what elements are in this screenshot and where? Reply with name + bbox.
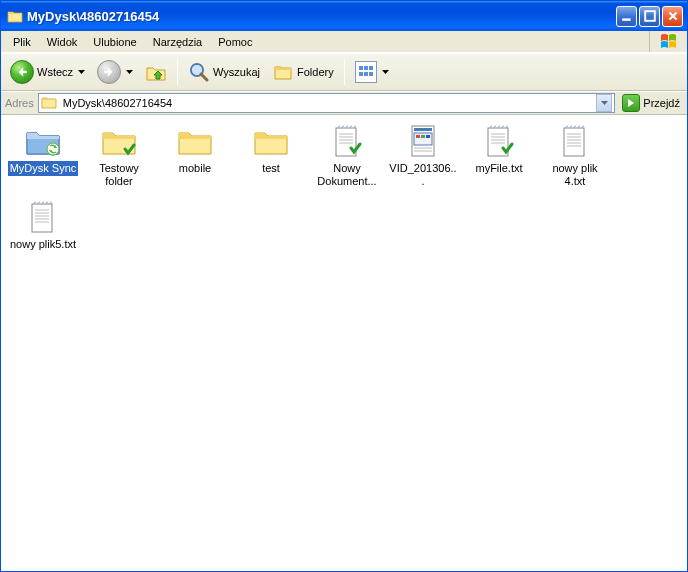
menu-file[interactable]: Plik xyxy=(5,31,39,52)
file-list[interactable]: MyDysk Sync Testowy folder mobile test N… xyxy=(1,115,687,571)
item-mobile[interactable]: mobile xyxy=(158,123,232,189)
title-bar[interactable]: MyDysk\48602716454 xyxy=(1,1,687,31)
folders-button[interactable]: Foldery xyxy=(267,57,339,87)
item-label: MyDysk Sync xyxy=(8,161,79,176)
folder-icon xyxy=(175,123,215,159)
window-title: MyDysk\48602716454 xyxy=(27,9,616,24)
menu-view[interactable]: Widok xyxy=(39,31,86,52)
go-label: Przejdź xyxy=(643,97,680,109)
menu-bar: Plik Widok Ulubione Narzędzia Pomoc xyxy=(1,31,687,53)
address-dropdown[interactable] xyxy=(596,94,612,112)
sync-folder-icon xyxy=(23,123,63,159)
toolbar: Wstecz Wyszukaj Foldery xyxy=(1,53,687,91)
minimize-button[interactable] xyxy=(616,6,637,27)
views-icon xyxy=(355,61,377,83)
maximize-button[interactable] xyxy=(639,6,660,27)
address-field[interactable] xyxy=(38,93,616,113)
svg-rect-7 xyxy=(359,72,363,76)
folders-label: Foldery xyxy=(297,66,334,78)
item-nowy-plik-4-txt[interactable]: nowy plik 4.txt xyxy=(538,123,612,189)
views-button[interactable] xyxy=(350,57,394,87)
menu-tools[interactable]: Narzędzia xyxy=(145,31,211,52)
item-mydysk-sync[interactable]: MyDysk Sync xyxy=(6,123,80,189)
back-icon xyxy=(10,60,34,84)
item-nowy-dokument-[interactable]: Nowy Dokument... xyxy=(310,123,384,189)
svg-rect-18 xyxy=(414,133,432,145)
item-vid-201306-[interactable]: VID_201306... xyxy=(386,123,460,189)
item-nowy-plik5-txt[interactable]: nowy plik5.txt xyxy=(6,199,80,252)
close-button[interactable] xyxy=(662,6,683,27)
svg-rect-20 xyxy=(421,135,425,138)
svg-rect-5 xyxy=(364,66,368,70)
doc-check-icon xyxy=(327,123,367,159)
svg-rect-19 xyxy=(416,135,420,138)
search-icon xyxy=(188,61,210,83)
item-test[interactable]: test xyxy=(234,123,308,189)
chevron-down-icon xyxy=(126,70,133,74)
separator xyxy=(344,59,345,85)
go-button[interactable]: Przejdź xyxy=(619,93,683,113)
item-label: mobile xyxy=(177,161,213,176)
forward-button[interactable] xyxy=(92,57,138,87)
item-label: Nowy Dokument... xyxy=(311,161,383,189)
item-myfile-txt[interactable]: myFile.txt xyxy=(462,123,536,189)
text-icon xyxy=(23,199,63,235)
item-label: test xyxy=(260,161,282,176)
svg-rect-0 xyxy=(622,18,630,20)
svg-rect-29 xyxy=(564,128,584,156)
svg-rect-8 xyxy=(364,72,368,76)
item-label: nowy plik5.txt xyxy=(8,237,78,252)
separator xyxy=(177,59,178,85)
text-check-icon xyxy=(479,123,519,159)
item-testowy-folder[interactable]: Testowy folder xyxy=(82,123,156,189)
svg-rect-17 xyxy=(414,128,432,131)
search-button[interactable]: Wyszukaj xyxy=(183,57,265,87)
item-label: VID_201306... xyxy=(387,161,459,189)
address-input[interactable] xyxy=(61,96,593,110)
search-label: Wyszukaj xyxy=(213,66,260,78)
address-bar: Adres Przejdź xyxy=(1,91,687,115)
go-arrow-icon xyxy=(622,94,640,112)
forward-icon xyxy=(97,60,121,84)
svg-rect-1 xyxy=(645,11,655,21)
folder-icon xyxy=(41,95,57,111)
folders-icon xyxy=(272,61,294,83)
windows-logo xyxy=(649,31,687,52)
svg-rect-35 xyxy=(32,204,52,232)
svg-rect-9 xyxy=(369,72,373,76)
text-icon xyxy=(555,123,595,159)
item-label: myFile.txt xyxy=(473,161,524,176)
folder-check-icon xyxy=(99,123,139,159)
chevron-down-icon xyxy=(78,70,85,74)
menu-help[interactable]: Pomoc xyxy=(210,31,260,52)
address-label: Adres xyxy=(5,97,34,109)
explorer-window: MyDysk\48602716454 Plik Widok Ulubione N… xyxy=(0,0,688,572)
folder-icon xyxy=(7,8,23,24)
svg-rect-4 xyxy=(359,66,363,70)
up-button[interactable] xyxy=(140,57,172,87)
back-label: Wstecz xyxy=(37,66,73,78)
chevron-down-icon xyxy=(382,70,389,74)
folder-icon xyxy=(251,123,291,159)
svg-rect-21 xyxy=(426,135,430,138)
item-label: nowy plik 4.txt xyxy=(539,161,611,189)
folder-up-icon xyxy=(145,61,167,83)
svg-rect-6 xyxy=(369,66,373,70)
video-icon xyxy=(403,123,443,159)
back-button[interactable]: Wstecz xyxy=(5,57,90,87)
item-label: Testowy folder xyxy=(83,161,155,189)
menu-favorites[interactable]: Ulubione xyxy=(85,31,144,52)
